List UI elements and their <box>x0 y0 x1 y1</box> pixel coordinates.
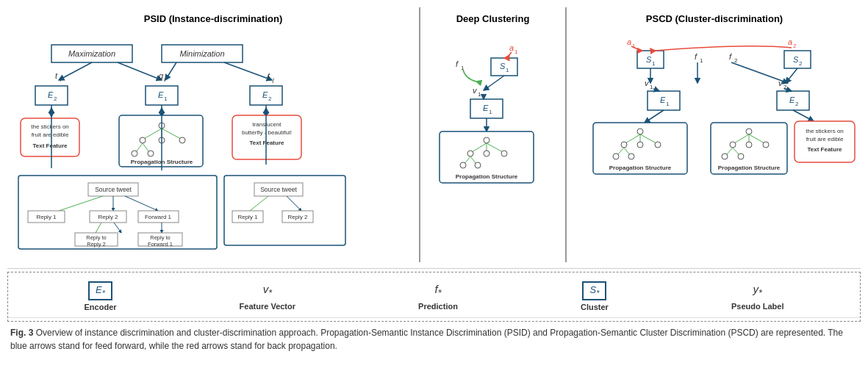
deep-clustering-section: Deep Clustering <box>420 7 567 262</box>
svg-text:i: i <box>164 76 165 83</box>
svg-text:translucent: translucent <box>252 121 281 128</box>
main-container: PSID (Instance-discrimination) Maximizat… <box>7 7 861 357</box>
svg-point-162 <box>722 154 728 159</box>
svg-line-127 <box>786 68 797 83</box>
svg-text:1: 1 <box>650 84 653 90</box>
svg-text:fruit are edible: fruit are edible <box>806 136 844 142</box>
svg-point-156 <box>730 142 736 148</box>
svg-line-4 <box>59 62 92 80</box>
svg-text:E: E <box>48 90 54 99</box>
svg-text:E: E <box>483 104 489 112</box>
svg-text:Text Feature: Text Feature <box>33 142 68 149</box>
svg-text:Reply 1: Reply 1 <box>36 214 57 220</box>
svg-text:t: t <box>268 71 270 80</box>
svg-text:t: t <box>55 71 58 80</box>
cluster-label: Cluster <box>581 303 609 311</box>
pred-symbol: f* <box>428 281 447 300</box>
svg-point-147 <box>655 142 661 148</box>
svg-point-33 <box>140 137 146 143</box>
svg-text:2: 2 <box>268 95 272 102</box>
caption: Fig. 3 Overview of instance discriminati… <box>7 322 861 357</box>
svg-text:the stickers on: the stickers on <box>31 123 69 130</box>
svg-text:a: a <box>509 43 514 52</box>
svg-line-7 <box>224 62 272 80</box>
svg-text:f: f <box>456 59 459 68</box>
svg-point-151 <box>628 154 634 159</box>
svg-point-160 <box>763 142 769 148</box>
svg-text:fruit are edible: fruit are edible <box>32 131 69 138</box>
svg-point-102 <box>501 151 507 156</box>
svg-text:Forward 1: Forward 1 <box>148 241 173 248</box>
svg-text:v: v <box>645 79 650 87</box>
svg-text:S: S <box>500 62 506 71</box>
svg-text:Propagation Structure: Propagation Structure <box>456 173 518 180</box>
svg-text:E: E <box>262 90 268 99</box>
svg-text:Maximization: Maximization <box>68 49 115 58</box>
svg-text:g: g <box>159 71 164 80</box>
svg-point-143 <box>621 142 627 148</box>
svg-text:2: 2 <box>54 95 57 102</box>
pscd-section: PSCD (Cluster-discrimination) <box>567 7 862 262</box>
svg-point-98 <box>467 151 473 156</box>
svg-point-106 <box>475 162 481 168</box>
pseudo-symbol: y* <box>747 281 768 300</box>
svg-text:1: 1 <box>489 109 492 115</box>
legend-fv: v* Feature Vector <box>240 281 295 311</box>
svg-point-100 <box>484 151 489 156</box>
svg-text:Reply 2: Reply 2 <box>287 214 308 220</box>
svg-text:v: v <box>473 86 478 95</box>
svg-text:Source tweet: Source tweet <box>95 186 132 193</box>
svg-text:1: 1 <box>666 101 670 107</box>
svg-point-37 <box>179 137 185 143</box>
svg-text:f: f <box>695 52 697 61</box>
svg-text:i: i <box>60 76 62 83</box>
pred-label: Prediction <box>418 302 458 311</box>
svg-point-41 <box>148 151 154 156</box>
svg-text:Reply 2: Reply 2 <box>87 241 105 248</box>
caption-text: Overview of instance discrimination and … <box>10 328 843 351</box>
svg-text:Reply to: Reply to <box>86 234 107 241</box>
svg-text:1: 1 <box>164 95 168 102</box>
svg-text:a: a <box>627 37 631 46</box>
legend-encoder: E* Encoder <box>85 281 117 311</box>
svg-line-139 <box>793 110 814 121</box>
svg-point-164 <box>738 154 744 159</box>
svg-text:Text Feature: Text Feature <box>250 140 285 146</box>
svg-text:Propagation Structure: Propagation Structure <box>609 165 672 171</box>
svg-point-149 <box>613 154 619 159</box>
svg-text:the stickers on: the stickers on <box>806 128 844 134</box>
svg-text:a: a <box>788 37 792 46</box>
dc-diagram: a 1 f 1 S 1 v 1 E <box>425 29 561 256</box>
svg-text:E: E <box>789 95 795 104</box>
svg-point-39 <box>132 151 137 156</box>
svg-text:Reply 1: Reply 1 <box>237 214 258 220</box>
fv-symbol: v* <box>257 281 278 300</box>
svg-point-154 <box>746 129 752 134</box>
svg-text:Forward 1: Forward 1 <box>145 214 172 220</box>
svg-text:Minimization: Minimization <box>179 49 224 58</box>
svg-text:Source tweet: Source tweet <box>260 186 297 193</box>
svg-text:2: 2 <box>799 60 803 67</box>
svg-text:S: S <box>793 55 799 64</box>
svg-point-141 <box>637 129 643 134</box>
svg-text:E: E <box>158 90 164 99</box>
legend-pseudo: y* Pseudo Label <box>731 281 784 311</box>
psid-section: PSID (Instance-discrimination) Maximizat… <box>7 7 420 262</box>
svg-line-129 <box>731 62 788 83</box>
svg-point-158 <box>746 142 752 148</box>
cluster-symbol: S* <box>582 281 606 300</box>
pseudo-label: Pseudo Label <box>731 302 784 311</box>
svg-point-104 <box>460 162 466 168</box>
svg-text:Propagation Structure: Propagation Structure <box>718 165 781 171</box>
svg-line-6 <box>165 62 176 80</box>
svg-line-138 <box>645 110 664 123</box>
svg-text:f: f <box>729 52 732 61</box>
fv-label: Feature Vector <box>240 302 295 311</box>
svg-text:butterfly - beautiful!: butterfly - beautiful! <box>242 129 292 136</box>
svg-line-89 <box>484 76 504 90</box>
svg-point-145 <box>637 142 643 148</box>
svg-text:E: E <box>660 95 666 104</box>
svg-text:S: S <box>646 55 652 64</box>
pscd-title: PSCD (Cluster-discrimination) <box>571 13 858 24</box>
svg-text:1: 1 <box>478 91 481 98</box>
